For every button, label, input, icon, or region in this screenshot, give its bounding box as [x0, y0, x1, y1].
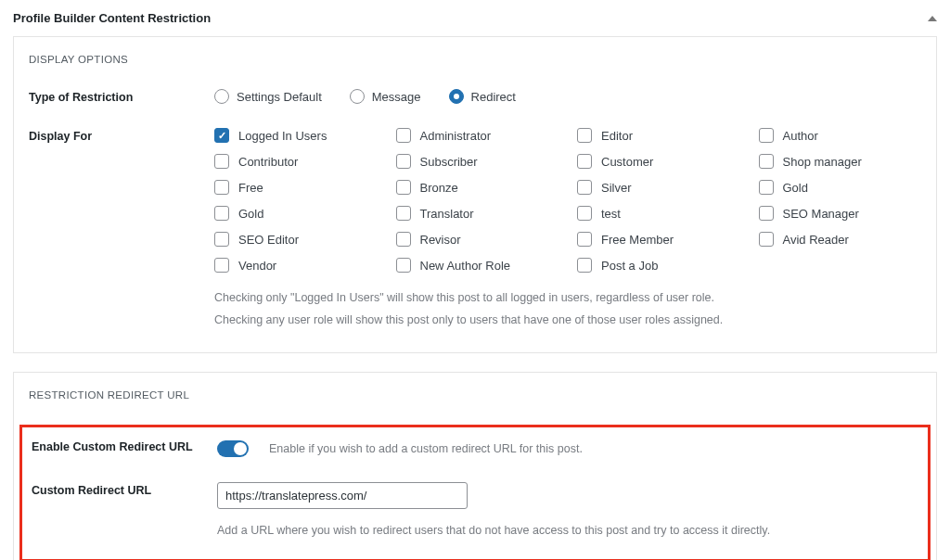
checkbox-icon: [577, 180, 592, 195]
checkbox-label: test: [601, 207, 621, 221]
checkbox-label: Free: [238, 181, 263, 195]
checkbox-label: SEO Manager: [783, 207, 859, 221]
radio-settings-default[interactable]: Settings Default: [214, 89, 322, 104]
checkbox-icon: [577, 154, 592, 169]
checkbox-icon: [396, 232, 411, 247]
checkbox-icon: [214, 258, 229, 273]
collapse-toggle-icon[interactable]: [928, 16, 937, 21]
checkbox-icon: [759, 154, 774, 169]
enable-redirect-row: Enable Custom Redirect URL Enable if you…: [32, 439, 918, 461]
help-text-2: Checking any user role will show this po…: [214, 310, 921, 332]
role-checkbox-avid-reader[interactable]: Avid Reader: [759, 232, 922, 247]
role-checkbox-free-member[interactable]: Free Member: [577, 232, 740, 247]
custom-url-input[interactable]: [217, 482, 468, 509]
checkbox-icon: [214, 154, 229, 169]
checkbox-icon: [396, 206, 411, 221]
section-title: DISPLAY OPTIONS: [29, 54, 921, 65]
role-checkbox-author[interactable]: Author: [759, 128, 922, 143]
highlight-box: Enable Custom Redirect URL Enable if you…: [19, 425, 931, 561]
checkbox-label: Gold: [783, 181, 808, 195]
checkbox-icon: [577, 232, 592, 247]
checkbox-label: Silver: [601, 181, 632, 195]
radio-label: Settings Default: [237, 90, 322, 104]
type-of-restriction-row: Type of Restriction Settings DefaultMess…: [29, 89, 921, 104]
checkbox-label: Logged In Users: [238, 129, 327, 143]
panel-title: Profile Builder Content Restriction: [13, 11, 211, 25]
role-checkbox-customer[interactable]: Customer: [577, 154, 740, 169]
checkbox-label: Editor: [601, 129, 633, 143]
radio-icon: [214, 89, 229, 104]
enable-redirect-label: Enable Custom Redirect URL: [32, 439, 217, 453]
checkbox-label: Avid Reader: [783, 233, 849, 247]
checkbox-label: Post a Job: [601, 259, 658, 273]
checkbox-label: Bronze: [420, 181, 458, 195]
checkbox-icon: [577, 258, 592, 273]
checkbox-icon: [396, 154, 411, 169]
type-of-restriction-label: Type of Restriction: [29, 89, 214, 104]
role-checkbox-revisor[interactable]: Revisor: [396, 232, 559, 247]
role-checkbox-subscriber[interactable]: Subscriber: [396, 154, 559, 169]
radio-label: Message: [372, 90, 421, 104]
checkbox-label: Free Member: [601, 233, 674, 247]
display-for-row: Display For Logged In UsersAdministrator…: [29, 128, 921, 332]
help-text-1: Checking only "Logged In Users" will sho…: [214, 287, 921, 310]
role-checkbox-bronze[interactable]: Bronze: [396, 180, 559, 195]
checkbox-label: Translator: [420, 207, 474, 221]
checkbox-icon: [396, 128, 411, 143]
checkbox-icon: [396, 180, 411, 195]
restriction-radio-group: Settings DefaultMessageRedirect: [214, 89, 921, 104]
checkbox-label: Gold: [238, 207, 263, 221]
role-checkbox-logged-in-users[interactable]: Logged In Users: [214, 128, 378, 143]
checkbox-icon: [214, 180, 229, 195]
roles-grid: Logged In UsersAdministratorEditorAuthor…: [214, 128, 921, 273]
checkbox-label: New Author Role: [420, 259, 511, 273]
role-checkbox-free[interactable]: Free: [214, 180, 378, 195]
checkbox-icon: [396, 258, 411, 273]
role-checkbox-test[interactable]: test: [577, 206, 740, 221]
custom-url-row: Custom Redirect URL Add a URL where you …: [32, 482, 918, 542]
checkbox-label: Subscriber: [420, 155, 478, 169]
role-checkbox-new-author-role[interactable]: New Author Role: [396, 258, 559, 273]
role-checkbox-gold[interactable]: Gold: [214, 206, 378, 221]
role-checkbox-administrator[interactable]: Administrator: [396, 128, 559, 143]
custom-url-label: Custom Redirect URL: [32, 482, 217, 497]
redirect-url-section: RESTRICTION REDIRECT URL Enable Custom R…: [13, 372, 937, 561]
role-checkbox-seo-editor[interactable]: SEO Editor: [214, 232, 378, 247]
checkbox-icon: [214, 206, 229, 221]
checkbox-icon: [577, 128, 592, 143]
custom-url-help: Add a URL where you wish to redirect use…: [217, 520, 918, 542]
role-checkbox-contributor[interactable]: Contributor: [214, 154, 378, 169]
checkbox-icon: [577, 206, 592, 221]
role-checkbox-post-a-job[interactable]: Post a Job: [577, 258, 740, 273]
checkbox-icon: [759, 128, 774, 143]
role-checkbox-vendor[interactable]: Vendor: [214, 258, 378, 273]
checkbox-label: Contributor: [238, 155, 298, 169]
checkbox-label: Shop manager: [783, 155, 862, 169]
role-checkbox-seo-manager[interactable]: SEO Manager: [759, 206, 922, 221]
radio-redirect[interactable]: Redirect: [449, 89, 516, 104]
radio-label: Redirect: [471, 90, 516, 104]
role-checkbox-editor[interactable]: Editor: [577, 128, 740, 143]
checkbox-icon: [214, 232, 229, 247]
checkbox-icon: [759, 232, 774, 247]
role-checkbox-translator[interactable]: Translator: [396, 206, 559, 221]
role-checkbox-silver[interactable]: Silver: [577, 180, 740, 195]
display-options-section: DISPLAY OPTIONS Type of Restriction Sett…: [13, 36, 937, 353]
checkbox-label: Revisor: [420, 233, 461, 247]
checkbox-label: Author: [783, 129, 818, 143]
checkbox-icon: [759, 206, 774, 221]
radio-icon: [350, 89, 365, 104]
checkbox-label: SEO Editor: [238, 233, 299, 247]
checkbox-label: Administrator: [420, 129, 492, 143]
role-checkbox-shop-manager[interactable]: Shop manager: [759, 154, 922, 169]
checkbox-label: Customer: [601, 155, 653, 169]
checkbox-icon: [759, 180, 774, 195]
panel-header: Profile Builder Content Restriction: [13, 7, 937, 36]
checkbox-icon: [214, 128, 229, 143]
enable-redirect-toggle[interactable]: [217, 440, 249, 457]
enable-redirect-help: Enable if you wish to add a custom redir…: [269, 439, 583, 461]
radio-message[interactable]: Message: [350, 89, 421, 104]
display-for-label: Display For: [29, 128, 214, 143]
checkbox-label: Vendor: [238, 259, 276, 273]
role-checkbox-gold[interactable]: Gold: [759, 180, 922, 195]
